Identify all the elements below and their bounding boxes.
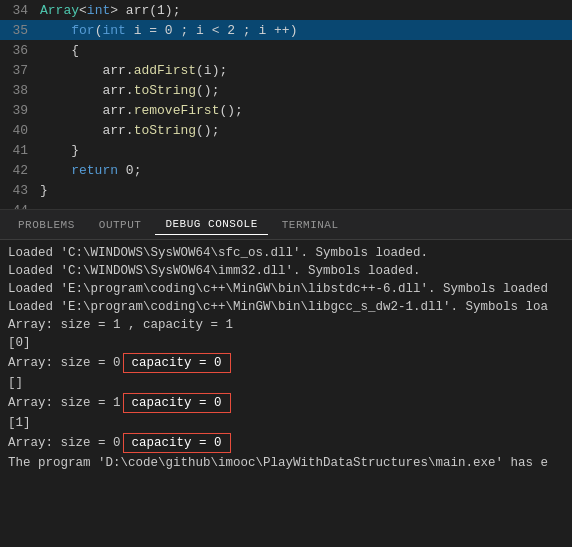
line-num-42: 42: [4, 163, 40, 178]
tab-problems[interactable]: PROBLEMS: [8, 215, 85, 235]
line-num-41: 41: [4, 143, 40, 158]
code-content-42: return 0;: [40, 163, 141, 178]
tab-debug-console[interactable]: DEBUG CONSOLE: [155, 214, 267, 235]
code-line-41: 41 }: [0, 140, 572, 160]
code-line-38: 38 arr.toString();: [0, 80, 572, 100]
code-line-34: 34 Array<int> arr(1);: [0, 0, 572, 20]
code-content-40: arr.toString();: [40, 123, 219, 138]
panel-tabs: PROBLEMS OUTPUT DEBUG CONSOLE TERMINAL: [0, 210, 572, 240]
line-num-37: 37: [4, 63, 40, 78]
code-line-44: 44: [0, 200, 572, 210]
code-content-36: {: [40, 43, 79, 58]
console-line-1: Loaded 'C:\WINDOWS\SysWOW64\sfc_os.dll'.…: [0, 244, 572, 262]
console-empty-bracket: []: [0, 374, 572, 392]
tab-terminal[interactable]: TERMINAL: [272, 215, 349, 235]
line-num-38: 38: [4, 83, 40, 98]
line-num-39: 39: [4, 103, 40, 118]
code-line-36: 36 {: [0, 40, 572, 60]
tab-output[interactable]: OUTPUT: [89, 215, 152, 235]
console-line-2: Loaded 'C:\WINDOWS\SysWOW64\imm32.dll'. …: [0, 262, 572, 280]
console-array-size1-cap0: Array: size = 1 capacity = 0: [0, 392, 572, 414]
capacity-box-2: capacity = 0: [123, 393, 231, 413]
code-line-43: 43 }: [0, 180, 572, 200]
code-line-37: 37 arr.addFirst(i);: [0, 60, 572, 80]
console-output: Loaded 'C:\WINDOWS\SysWOW64\sfc_os.dll'.…: [0, 240, 572, 547]
line-num-36: 36: [4, 43, 40, 58]
code-line-39: 39 arr.removeFirst();: [0, 100, 572, 120]
console-array-size1: Array: size = 1 , capacity = 1: [0, 316, 572, 334]
line-num-44: 44: [4, 203, 40, 211]
line-num-43: 43: [4, 183, 40, 198]
console-array-0-bracket: [0]: [0, 334, 572, 352]
capacity-box-1: capacity = 0: [123, 353, 231, 373]
code-editor: 34 Array<int> arr(1); 35 for(int i = 0 ;…: [0, 0, 572, 210]
line-num-35: 35: [4, 23, 40, 38]
line-num-34: 34: [4, 3, 40, 18]
console-array-1-bracket: [1]: [0, 414, 572, 432]
code-line-42: 42 return 0;: [0, 160, 572, 180]
capacity-box-3: capacity = 0: [123, 433, 231, 453]
code-line-35: 35 for(int i = 0 ; i < 2 ; i ++): [0, 20, 572, 40]
code-content-35: for(int i = 0 ; i < 2 ; i ++): [40, 23, 297, 38]
code-line-40: 40 arr.toString();: [0, 120, 572, 140]
console-program-end: The program 'D:\code\github\imooc\PlayWi…: [0, 454, 572, 472]
code-content-37: arr.addFirst(i);: [40, 63, 227, 78]
console-line-4: Loaded 'E:\program\coding\c++\MinGW\bin\…: [0, 298, 572, 316]
code-content-38: arr.toString();: [40, 83, 219, 98]
console-line-3: Loaded 'E:\program\coding\c++\MinGW\bin\…: [0, 280, 572, 298]
console-array-size0-cap0: Array: size = 0 capacity = 0: [0, 352, 572, 374]
code-content-34: Array<int> arr(1);: [40, 3, 180, 18]
code-content-43: }: [40, 183, 48, 198]
code-content-39: arr.removeFirst();: [40, 103, 243, 118]
console-array-size0-cap0-2: Array: size = 0 capacity = 0: [0, 432, 572, 454]
line-num-40: 40: [4, 123, 40, 138]
code-content-41: }: [40, 143, 79, 158]
